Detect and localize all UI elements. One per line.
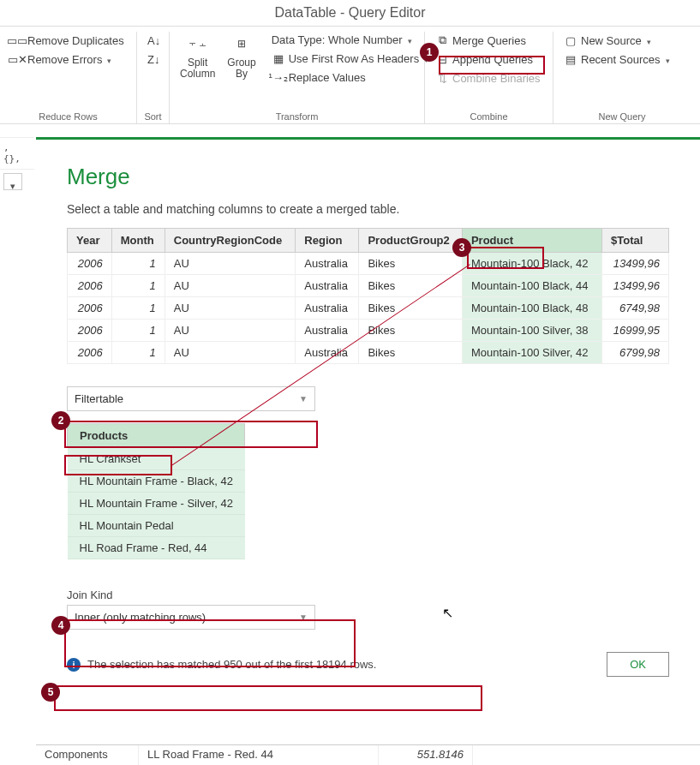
table-cell: HL Mountain Pedal bbox=[68, 515, 245, 537]
badge-3: 3 bbox=[452, 238, 471, 257]
ok-button[interactable]: OK bbox=[607, 652, 669, 677]
rows-error-icon: ▭✕ bbox=[10, 52, 24, 66]
filter-table-dropdown[interactable]: Filtertable▼ bbox=[67, 386, 315, 411]
combine-binaries-icon: ⇅ bbox=[435, 71, 449, 85]
table-cell: 2006 bbox=[68, 297, 112, 320]
table-cell: Bikes bbox=[359, 320, 462, 342]
table-cell: 6799,98 bbox=[602, 342, 669, 364]
table-cell: HL Road Frame - Red, 44 bbox=[68, 537, 245, 559]
secondary-table[interactable]: Products HL CranksetHL Mountain Frame - … bbox=[67, 423, 245, 559]
ribbon-group-sort: Sort bbox=[144, 108, 162, 122]
col-products[interactable]: Products bbox=[68, 424, 245, 448]
table-cell: AU bbox=[165, 253, 296, 275]
table-cell: HL Mountain Frame - Black, 42 bbox=[68, 470, 245, 493]
new-source-button[interactable]: ▢New Source bbox=[560, 32, 684, 49]
data-type-button[interactable]: Data Type: Whole Number bbox=[268, 32, 432, 48]
table-row[interactable]: HL Crankset bbox=[68, 448, 245, 470]
col-total[interactable]: $Total bbox=[602, 229, 669, 253]
primary-table[interactable]: Year Month CountryRegionCode Region Prod… bbox=[67, 228, 669, 364]
table-cell: Bikes bbox=[359, 253, 462, 275]
replace-values-button[interactable]: ¹→₂Replace Values bbox=[268, 69, 432, 86]
first-row-headers-button[interactable]: ▦Use First Row As Headers bbox=[268, 50, 432, 67]
col-region[interactable]: Region bbox=[296, 229, 359, 253]
table-cell: 2006 bbox=[68, 320, 112, 342]
table-cell: 1 bbox=[111, 253, 165, 275]
table-cell: Mountain-100 Silver, 42 bbox=[462, 342, 601, 364]
sort-asc-icon: A↓ bbox=[147, 33, 160, 47]
footer-cell: Components bbox=[36, 745, 139, 765]
match-info: i The selection has matched 950 out of t… bbox=[67, 658, 376, 672]
col-year[interactable]: Year bbox=[68, 229, 112, 253]
table-cell: Bikes bbox=[359, 342, 462, 364]
merge-icon: ⧉ bbox=[435, 33, 449, 47]
table-cell: Bikes bbox=[359, 297, 462, 320]
sort-asc-button[interactable]: A↓ bbox=[144, 32, 162, 49]
sort-desc-button[interactable]: Z↓ bbox=[144, 51, 162, 68]
recent-sources-button[interactable]: ▤Recent Sources bbox=[560, 51, 684, 68]
footer-cell: LL Road Frame - Red. 44 bbox=[139, 745, 379, 765]
badge-4: 4 bbox=[51, 616, 70, 635]
table-row[interactable]: 20061AUAustraliaBikesMountain-100 Black,… bbox=[68, 297, 669, 320]
col-product[interactable]: Product bbox=[462, 229, 601, 253]
table-row[interactable]: 20061AUAustraliaBikesMountain-100 Silver… bbox=[68, 342, 669, 364]
chevron-down-icon: ▼ bbox=[299, 394, 308, 403]
badge-5: 5 bbox=[41, 683, 60, 702]
merge-dialog: Merge Select a table and matching column… bbox=[36, 137, 700, 741]
group-by-button[interactable]: ⊞Group By bbox=[224, 32, 259, 80]
split-column-button[interactable]: ⫟⫠Split Column bbox=[176, 32, 218, 80]
table-cell: AU bbox=[165, 297, 296, 320]
table-cell: 6749,98 bbox=[602, 297, 669, 320]
split-column-icon: ⫟⫠ bbox=[186, 32, 210, 56]
info-icon: i bbox=[67, 658, 81, 672]
table-cell: Mountain-100 Silver, 38 bbox=[462, 320, 601, 342]
join-kind-label: Join Kind bbox=[67, 589, 669, 601]
join-kind-dropdown[interactable]: Inner (only matching rows)▼ bbox=[67, 605, 315, 630]
table-cell: Australia bbox=[296, 297, 359, 320]
merge-queries-button[interactable]: ⧉Merge Queries bbox=[432, 32, 546, 49]
col-countryregion[interactable]: CountryRegionCode bbox=[165, 229, 296, 253]
table-row[interactable]: HL Mountain Pedal bbox=[68, 515, 245, 537]
table-cell: HL Crankset bbox=[68, 448, 245, 470]
table-cell: HL Mountain Frame - Silver, 42 bbox=[68, 493, 245, 515]
replace-icon: ¹→₂ bbox=[272, 70, 285, 84]
table-cell: 2006 bbox=[68, 253, 112, 275]
ribbon-group-combine: Combine bbox=[432, 108, 546, 122]
table-row[interactable]: HL Mountain Frame - Black, 42 bbox=[68, 470, 245, 493]
col-month[interactable]: Month bbox=[111, 229, 165, 253]
table-cell: Mountain-100 Black, 48 bbox=[462, 297, 601, 320]
table-cell: AU bbox=[165, 275, 296, 297]
table-row[interactable]: HL Mountain Frame - Silver, 42 bbox=[68, 493, 245, 515]
ribbon-group-transform: Transform bbox=[176, 108, 417, 122]
table-header-icon: ▦ bbox=[272, 51, 285, 65]
rows-duplicate-icon: ▭▭ bbox=[10, 33, 24, 47]
table-cell: 1 bbox=[111, 342, 165, 364]
table-row[interactable]: 20061AUAustraliaBikesMountain-100 Black,… bbox=[68, 253, 669, 275]
recent-sources-icon: ▤ bbox=[564, 52, 577, 66]
col-productgroup2[interactable]: ProductGroup2 bbox=[359, 229, 462, 253]
table-cell: 2006 bbox=[68, 275, 112, 297]
ribbon-group-new-query: New Query bbox=[560, 108, 684, 122]
table-cell: Australia bbox=[296, 253, 359, 275]
table-cell: 1 bbox=[111, 320, 165, 342]
table-row[interactable]: HL Road Frame - Red, 44 bbox=[68, 537, 245, 559]
table-row[interactable]: 20061AUAustraliaBikesMountain-100 Silver… bbox=[68, 320, 669, 342]
table-cell: Bikes bbox=[359, 275, 462, 297]
table-cell: Australia bbox=[296, 320, 359, 342]
append-queries-button[interactable]: ⊟Append Queries bbox=[432, 51, 546, 68]
badge-2: 2 bbox=[51, 411, 70, 430]
dialog-subtitle: Select a table and matching columns to c… bbox=[67, 202, 669, 216]
gutter-dropdown[interactable]: ▾ bbox=[3, 173, 22, 190]
remove-errors-button[interactable]: ▭✕Remove Errors bbox=[7, 51, 129, 68]
table-cell: 13499,96 bbox=[602, 253, 669, 275]
ribbon-group-reduce-rows: Reduce Rows bbox=[7, 108, 129, 122]
table-cell: AU bbox=[165, 320, 296, 342]
table-cell: 1 bbox=[111, 275, 165, 297]
table-cell: 13499,96 bbox=[602, 275, 669, 297]
table-row[interactable]: 20061AUAustraliaBikesMountain-100 Black,… bbox=[68, 275, 669, 297]
group-by-icon: ⊞ bbox=[230, 32, 254, 56]
new-source-icon: ▢ bbox=[564, 33, 577, 47]
remove-duplicates-button[interactable]: ▭▭Remove Duplicates bbox=[7, 32, 129, 49]
table-cell: Australia bbox=[296, 275, 359, 297]
left-gutter: , {}, ▾ bbox=[0, 137, 34, 194]
sort-desc-icon: Z↓ bbox=[147, 52, 159, 66]
